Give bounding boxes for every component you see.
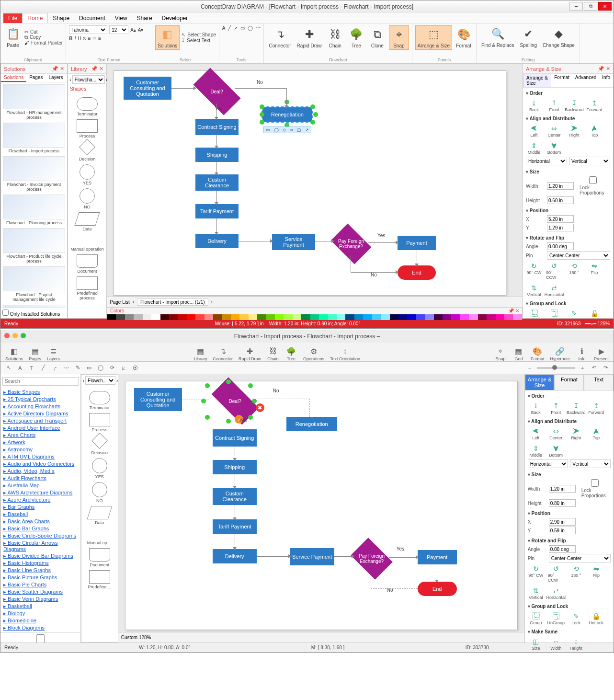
menu-share[interactable]: Share [132,13,157,23]
color-swatch[interactable] [487,314,495,320]
btn-middle[interactable]: ⇕Middle [528,444,544,458]
redo-icon[interactable]: ↷ [601,364,610,372]
btn-front[interactable]: ⤒Front [548,402,564,415]
toolbar-hypernote[interactable]: 🔗Hypernote [550,346,570,361]
node-customer-consulting[interactable]: Customer Consulting and Quotation [134,388,182,411]
rot-tool[interactable]: ⟳ [108,364,116,372]
text-tool-icon[interactable]: A [222,25,226,31]
btn-group[interactable]: ⿺Group [528,612,544,625]
align-right-icon[interactable]: ≡ [98,36,101,41]
y-input[interactable] [549,527,576,534]
cursor-tool-icon[interactable]: ↖ [4,364,13,372]
library-shape[interactable]: Process [70,119,104,138]
width-input[interactable] [547,182,574,190]
vert-select[interactable]: Vertical [570,459,611,468]
btn-unlock[interactable]: 🔒UnLock [588,612,604,625]
color-swatch[interactable] [116,314,125,320]
spelling-button[interactable]: ✔Spelling [518,25,539,49]
category-link[interactable]: ▸ Baseball [3,511,78,518]
menu-view[interactable]: View [110,13,132,23]
library-shape[interactable]: Decision [83,435,116,455]
font-select[interactable]: Tahoma [69,25,107,34]
pin-icon[interactable]: 📌 ✕ [91,66,103,72]
color-swatch[interactable] [443,314,451,320]
btn-90-ccw[interactable]: ↺90° CCW [548,564,564,583]
x-input[interactable] [547,215,574,223]
btn-center[interactable]: ⇔Center [546,124,562,138]
btn-center[interactable]: ⇔Center [548,427,564,440]
toolbar-rapid-draw[interactable]: ✚Rapid Draw [239,346,261,361]
category-link[interactable]: ▸ Accounting Flowcharts [3,403,78,410]
color-swatch[interactable] [381,314,389,320]
spline-tool[interactable]: 〰 [62,364,70,372]
color-swatch[interactable] [407,314,416,320]
btn-forward[interactable]: ↥Forward [586,99,603,112]
btn-back[interactable]: ⤓Back [526,99,542,112]
category-link[interactable]: ▸ Bar Graphs [3,504,78,511]
mac-page[interactable]: Customer Consulting and Quotation Deal? … [125,381,518,630]
toolbar-grid[interactable]: ▦Grid [512,346,525,361]
section-rot[interactable]: Rotate and Flip [528,537,611,544]
btn-flip[interactable]: ⇋Flip [588,564,604,583]
category-link[interactable]: ▸ Basic Area Charts [3,518,78,525]
toolbar-operations[interactable]: ⚙Operations [303,346,324,361]
category-link[interactable]: ▸ AWS Architecture Diagrams [3,489,78,496]
only-installed-checkbox[interactable] [2,634,79,643]
solution-item[interactable]: Flowchart - Project management life cycl… [3,266,65,302]
btn-90-cw[interactable]: ↻90° CW [526,262,542,280]
category-link[interactable]: ▸ Audio, Video, Media [3,468,78,475]
ellipse-tool[interactable]: ◯ [96,364,105,372]
grow-font-icon[interactable]: A▴ [130,27,136,33]
mac-tab-arrange[interactable]: Arrange & Size [525,374,555,390]
library-dropdown[interactable]: Flowch... [85,376,115,385]
color-swatch[interactable] [390,314,398,320]
color-swatch[interactable] [275,314,284,320]
category-link[interactable]: ▸ 25 Typical Orgcharts [3,396,78,403]
delete-handle-icon[interactable]: ✖ [256,403,264,412]
color-swatch[interactable] [213,314,222,320]
color-swatch[interactable] [107,314,116,320]
library-shape[interactable]: NO [83,482,116,503]
textblock-tool[interactable]: T [27,364,36,372]
category-link[interactable]: ▸ Artwork [3,439,78,446]
color-swatch[interactable] [249,314,257,320]
btn-90-cw[interactable]: ↻90° CW [528,564,544,583]
library-shape[interactable]: YES [70,164,104,185]
btn-edit-group[interactable]: ✎Edit Group [566,309,582,318]
node-customer-consulting[interactable]: Customer Consulting and Quotation [124,77,171,100]
format-panel-button[interactable]: 🎨Format [454,26,473,49]
btn-middle[interactable]: ⇕Middle [526,141,542,155]
ellipse-tool-icon[interactable]: ◯ [248,25,253,31]
menu-document[interactable]: Document [74,13,110,23]
curve-tool-icon[interactable]: 〰 [256,25,261,31]
props-tab-info[interactable]: Info [599,74,613,87]
library-shape[interactable]: YES [83,458,116,479]
toolbar-library[interactable]: ▦Library [194,346,207,361]
color-swatch[interactable] [504,314,513,320]
library-shape[interactable]: Document [70,254,104,274]
menu-file[interactable]: File [3,13,22,23]
category-link[interactable]: ▸ Basic Divided Bar Diagrams [3,552,78,560]
solutions-tab-pages[interactable]: Pages [26,74,45,82]
page-nav-next[interactable]: › [211,299,213,305]
btn-vertical[interactable]: ⇅Vertical [526,284,542,297]
page[interactable]: Customer Consulting and Quotation Deal? … [114,70,506,296]
menu-home[interactable]: Home [22,13,48,23]
node-delivery[interactable]: Delivery [195,234,239,248]
mac-max[interactable] [21,333,26,338]
color-swatch[interactable] [284,314,292,320]
color-swatch[interactable] [187,314,195,320]
color-swatch[interactable] [222,314,230,320]
node-renegotiation[interactable]: Renegotiation [262,107,312,122]
color-swatch[interactable] [266,314,275,320]
select-text-button[interactable]: Select Text [187,38,210,43]
color-swatch[interactable] [425,314,433,320]
props-tab-arrange[interactable]: Arrange & Size [523,74,551,87]
y-input[interactable] [547,224,574,231]
btn-left[interactable]: ⮜Left [528,427,544,440]
color-swatch[interactable] [434,314,443,320]
color-swatch[interactable] [301,314,310,320]
toolbar-snap[interactable]: ⌖Snap [494,346,507,361]
category-link[interactable]: ▸ Audit Flowcharts [3,475,78,482]
color-swatch[interactable] [469,314,478,320]
